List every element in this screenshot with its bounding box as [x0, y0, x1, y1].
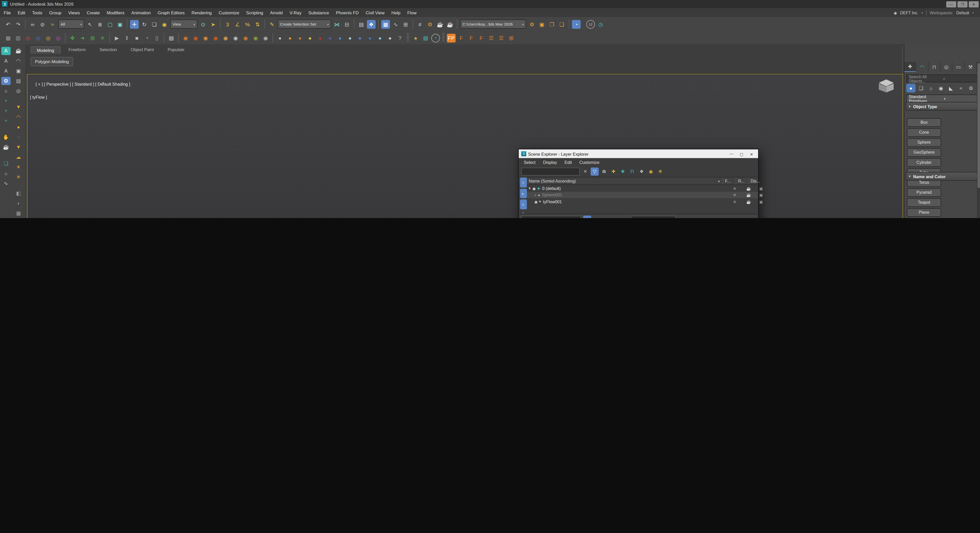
- selection-filter-dropdown[interactable]: All▾: [58, 19, 84, 29]
- menu-civil-view[interactable]: Civil View: [366, 10, 385, 14]
- scene-explorer-titlebar[interactable]: 3 Scene Explorer - Layer Explorer — ▢ ✕: [519, 149, 758, 158]
- rect-selection-region-icon[interactable]: ▢: [105, 20, 114, 29]
- scene-explorer-row-0-default-[interactable]: ▼◉❖0 (default)❄☕▣: [527, 185, 758, 192]
- forest-trees-icon[interactable]: ♠: [411, 33, 420, 42]
- menu-file[interactable]: File: [4, 10, 11, 14]
- forest-help-icon[interactable]: ?: [431, 33, 440, 42]
- freeze-cell-icon[interactable]: ❄: [733, 199, 736, 204]
- fire-preset-8-icon[interactable]: ◉: [251, 33, 260, 42]
- menu-flow[interactable]: Flow: [407, 10, 416, 14]
- se-menu-customize[interactable]: Customize: [579, 160, 600, 164]
- undo-icon[interactable]: ↶: [4, 20, 13, 29]
- fire-preset-5-icon[interactable]: ◉: [221, 33, 230, 42]
- forestpack-f3-icon[interactable]: F: [477, 33, 486, 42]
- forestpack-library-icon[interactable]: ☰: [497, 33, 506, 42]
- scene-explorer-row-sphere001[interactable]: ●●Sphere001❄☕▣: [527, 191, 758, 198]
- cat-helpers[interactable]: ◣: [946, 84, 956, 92]
- align-icon[interactable]: ⊟: [342, 20, 351, 29]
- cat-cameras[interactable]: ◉: [936, 84, 946, 92]
- footer-filter-icon[interactable]: ▽: [707, 216, 716, 218]
- ribbon-tab-populate[interactable]: Populate: [162, 46, 190, 53]
- forestpack-fp-icon[interactable]: FP: [447, 33, 455, 42]
- liquid-ocean-icon[interactable]: ●: [366, 33, 374, 42]
- fire-preset-3-icon[interactable]: ◉: [201, 33, 210, 42]
- spinner-snap-icon[interactable]: ⇅: [253, 20, 262, 29]
- window-crossing-icon[interactable]: ▣: [116, 20, 124, 29]
- sim-box-preset-icon[interactable]: ▥: [14, 33, 22, 42]
- terrain-plane[interactable]: [28, 75, 902, 218]
- vray-camera-icon[interactable]: ◎: [14, 87, 23, 95]
- create-teapot-button[interactable]: Teapot: [907, 198, 941, 207]
- maxscript-run-icon[interactable]: A: [1, 57, 11, 65]
- maximize-button[interactable]: ❐: [958, 1, 967, 7]
- sidebar-objects-filter[interactable]: ○: [520, 177, 527, 187]
- forest-list-icon[interactable]: ▤: [421, 33, 430, 42]
- liquid-wave-icon[interactable]: ●: [336, 33, 344, 42]
- tab-hierarchy[interactable]: ⊓: [929, 62, 941, 72]
- menu-animation[interactable]: Animation: [131, 10, 151, 14]
- phoenix-grid-icon[interactable]: ⊞: [88, 33, 97, 42]
- menu-create[interactable]: Create: [87, 10, 100, 14]
- reference-coordinate-dropdown[interactable]: View▾: [170, 19, 197, 29]
- tab-modify[interactable]: ◠: [916, 62, 928, 72]
- freeze-toggle-icon[interactable]: ❄: [656, 167, 664, 176]
- render-production-icon[interactable]: ☕: [445, 20, 454, 29]
- asset-tracking-icon[interactable]: ⚙: [528, 20, 536, 29]
- se-menu-select[interactable]: Select: [524, 160, 536, 164]
- select-and-move-icon[interactable]: ✛: [130, 20, 139, 29]
- subtract-selection-icon[interactable]: ▤: [697, 216, 705, 218]
- sim-list-icon[interactable]: ▤: [167, 33, 176, 42]
- snap-toggle-3d-icon[interactable]: 3: [223, 20, 232, 29]
- layer-mode-button[interactable]: ❖: [583, 216, 591, 218]
- se-menu-display[interactable]: Display: [543, 160, 557, 164]
- phoenix-fire-sim-icon[interactable]: ◎: [24, 33, 32, 42]
- named-selection-set-dropdown[interactable]: Create Selection Set▾: [278, 19, 331, 29]
- viewport-label[interactable]: [ + ] [ Perspective ] [ Standard ] [ Def…: [35, 82, 130, 86]
- fire-preset-6-icon[interactable]: ◉: [231, 33, 240, 42]
- name-column-header[interactable]: Name (Sorted Ascending): [529, 179, 576, 183]
- grab-viewport-icon[interactable]: ✋: [1, 133, 11, 142]
- rendered-frame-window-icon[interactable]: ☕: [436, 20, 444, 29]
- vray-displacement-icon[interactable]: ▩: [14, 209, 23, 218]
- clear-search-icon[interactable]: ✕: [581, 167, 589, 176]
- cat-geometry[interactable]: ●: [906, 84, 916, 92]
- sim-stop-icon[interactable]: ■: [132, 33, 141, 42]
- vol-add-icon[interactable]: +: [1, 117, 11, 125]
- maxscript-listener-icon[interactable]: A: [1, 47, 11, 55]
- vray-dome-light-icon[interactable]: ◠: [14, 113, 23, 121]
- add-to-selection-icon[interactable]: ▥: [687, 216, 695, 218]
- scene-explorer-minimize[interactable]: —: [727, 151, 736, 157]
- cat-systems[interactable]: ⚙: [966, 84, 976, 92]
- forestpack-f1-icon[interactable]: F: [457, 33, 465, 42]
- teapot-list-icon[interactable]: ☕: [1, 143, 11, 151]
- hide-toggle-icon[interactable]: ◉: [647, 167, 655, 176]
- command-panel-scrollbar[interactable]: [977, 62, 980, 218]
- menu-graph-editors[interactable]: Graph Editors: [158, 10, 185, 14]
- scene-explorer-search-input[interactable]: [521, 167, 580, 176]
- freeze-cell-icon[interactable]: ❄: [733, 186, 736, 191]
- close-button[interactable]: ✕: [969, 1, 979, 7]
- se-menu-edit[interactable]: Edit: [565, 160, 572, 164]
- render-setup-icon[interactable]: ⚙: [426, 20, 434, 29]
- select-and-place-icon[interactable]: ◉: [160, 20, 169, 29]
- fire-preset-2-icon[interactable]: ◉: [191, 33, 200, 42]
- viewport[interactable]: [ + ] [ Perspective ] [ Standard ] [ Def…: [27, 74, 903, 218]
- edit-named-selection-icon[interactable]: ✎: [267, 20, 276, 29]
- menu-rendering[interactable]: Rendering: [191, 10, 212, 14]
- create-cylinder-button[interactable]: Cylinder: [907, 158, 941, 167]
- sim-loop-icon[interactable]: ◔: [142, 33, 151, 42]
- liquid-blood-icon[interactable]: ●: [316, 33, 325, 42]
- viewcube[interactable]: [878, 80, 895, 96]
- vray-proxy-icon[interactable]: ◧: [14, 189, 23, 197]
- sidebar-lights-filter[interactable]: ☼: [520, 200, 527, 209]
- menu-arnold[interactable]: Arnold: [270, 10, 282, 14]
- freeze-cell-icon[interactable]: ❄: [733, 193, 736, 197]
- liquid-coffee-icon[interactable]: ●: [296, 33, 304, 42]
- render-history-icon[interactable]: ◔: [572, 20, 581, 29]
- curves-tool-icon[interactable]: ∿: [1, 180, 11, 188]
- object-type-rollout[interactable]: ▼Object Type ⠿: [905, 102, 980, 111]
- tab-utilities[interactable]: ⚒: [965, 62, 977, 72]
- frozen-column-header[interactable]: F...: [725, 179, 730, 183]
- vray-render-icon[interactable]: ☕: [14, 47, 23, 55]
- menu-v-ray[interactable]: V-Ray: [290, 10, 302, 14]
